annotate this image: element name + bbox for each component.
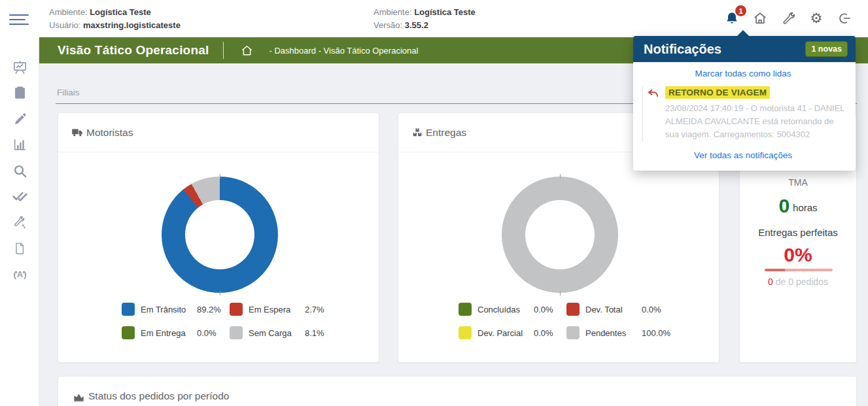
legend-swatch [230,303,243,316]
page-title: Visão Tático Operacional [58,43,209,58]
entregas-legend: Concluídas 0.0% Dev. Total 0.0% Dev. Par… [459,303,674,339]
legend-swatch [230,326,243,339]
document-icon[interactable] [7,238,33,259]
breadcrumb-home-icon[interactable] [241,44,253,57]
truck-icon [71,126,84,139]
return-arrow-icon [647,86,665,141]
motoristas-card: Motoristas Em Trânsito 89.2% Em Espera 2… [58,112,379,363]
legend-item: Pendentes 100.0% [566,326,674,339]
ambiente-line: Ambiente: Logística Teste [49,6,181,19]
environment-info-center: Ambiente: Logística Teste Versão: 3.55.2 [373,6,476,32]
legend-swatch [122,303,135,316]
menu-hamburger-button[interactable] [9,11,29,27]
legend-swatch [122,326,135,339]
legend-item: Dev. Parcial 0.0% [459,326,566,339]
status-pedidos-card: Status dos pedidos por período [58,376,857,406]
donut-tick [220,174,220,178]
versao-line: Versão: 3.55.2 [373,19,476,32]
ambiente-line: Ambiente: Logística Teste [373,6,476,19]
header-divider [223,42,224,59]
boxes-icon [411,127,423,139]
donut-hole [185,200,254,269]
logout-power-icon[interactable] [836,10,853,27]
notifications-bell-icon[interactable]: 1 [723,10,740,27]
bar-chart-icon[interactable] [7,134,33,155]
search-icon[interactable] [7,160,33,181]
magic-wrench-icon[interactable] [7,212,33,233]
notifications-popup-body: Marcar todas como lidas RETORNO DE VIAGE… [633,62,856,171]
notifications-popup: Notificações 1 novas Marcar todas como l… [633,36,856,171]
donut-tick [560,174,561,178]
mark-all-read-link[interactable]: Marcar todas como lidas [641,69,845,78]
pencil-icon[interactable] [7,109,33,129]
legend-item: Dev. Total 0.0% [566,303,674,316]
donut-tick [560,291,561,296]
entregas-perfeitas-progress-bar [765,269,833,271]
legend-item: Sem Carga 8.1% [230,326,338,339]
notification-body: 23/08/2024 17:40:19 - O motorista 41 - D… [665,102,845,141]
motoristas-card-title: Motoristas [86,127,133,139]
motoristas-legend: Em Trânsito 89.2% Em Espera 2.7% Em Entr… [122,303,338,339]
motoristas-card-header: Motoristas [58,113,379,152]
breadcrumb: - Dashboard - Visão Tático Operacional [269,46,418,56]
legend-item: Em Entrega 0.0% [122,326,230,339]
pedidos-summary: 0 de 0 pedidos [740,277,856,287]
usuario-line: Usuário: maxstring.logisticateste [49,19,181,32]
clipboard-icon[interactable] [7,82,33,103]
entregas-donut-chart [502,177,618,293]
environment-info-left: Ambiente: Logística Teste Usuário: maxst… [49,6,181,32]
status-pedidos-title: Status dos pedidos por período [88,390,229,402]
motoristas-donut-chart [162,177,278,293]
notification-count-badge: 1 [735,5,746,16]
notifications-title: Notificações [644,42,805,57]
wrench-icon[interactable] [780,10,797,27]
legend-swatch [566,326,580,339]
legend-item: Em Espera 2.7% [230,303,338,316]
entregas-card-title: Entregas [426,127,466,139]
sidebar: ('A') [0,37,39,406]
donut-hole [525,200,595,269]
app-window: Ambiente: Logística Teste Usuário: maxst… [0,0,868,406]
legend-swatch [459,303,472,316]
double-check-icon[interactable] [7,186,33,207]
notification-item[interactable]: RETORNO DE VIAGEM 23/08/2024 17:40:19 - … [642,86,845,141]
legend-item: Concluídas 0.0% [459,303,566,316]
popup-pointer [737,30,750,37]
new-notifications-badge: 1 novas [805,41,848,57]
entregas-perfeitas-label: Entregas perfeitas [740,227,856,238]
presentation-chart-icon[interactable] [7,57,33,78]
home-icon[interactable] [752,10,769,27]
area-chart-icon [73,390,85,403]
legend-item: Em Trânsito 89.2% [122,303,230,316]
settings-gear-icon[interactable]: ⚙ [808,10,825,27]
notification-content: RETORNO DE VIAGEM 23/08/2024 17:40:19 - … [665,86,845,141]
legend-swatch [566,303,580,316]
topbar-actions: 1 ⚙ [723,7,853,30]
notification-title: RETORNO DE VIAGEM [665,86,770,99]
tma-label: TMA [740,177,856,188]
legend-swatch [459,326,472,339]
view-all-notifications-link[interactable]: Ver todas as notificações [641,150,845,160]
status-pedidos-header: Status dos pedidos por período [58,377,856,406]
notifications-popup-header: Notificações 1 novas [633,36,856,62]
donut-tick [220,291,220,296]
tma-value: 0horas [740,195,856,217]
entregas-perfeitas-value: 0% [740,244,856,266]
announcement-icon[interactable]: ('A') [7,263,33,284]
